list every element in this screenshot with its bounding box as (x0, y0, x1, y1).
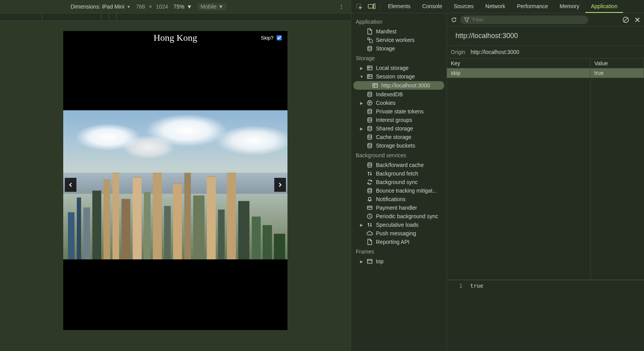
sidebar-item-bfcache[interactable]: Back/forward cache (351, 161, 447, 169)
svg-point-16 (368, 135, 372, 136)
sidebar-item-background-fetch[interactable]: Background fetch (351, 169, 447, 178)
cookie-icon (367, 100, 373, 106)
sidebar-item-interest-groups[interactable]: Interest groups (351, 116, 447, 124)
cell-key: skip (447, 68, 590, 78)
sidebar-item-notifications[interactable]: Notifications (351, 195, 447, 203)
chevron-left-icon (67, 181, 74, 188)
svg-point-11 (370, 102, 371, 103)
svg-point-3 (368, 38, 370, 40)
sidebar-item-service-workers[interactable]: Service workers (351, 36, 447, 44)
chevron-right-icon: ▶ (360, 101, 364, 105)
table-empty-area[interactable] (447, 78, 644, 280)
gear-file-icon (367, 37, 373, 43)
zoom-select[interactable]: 75% ▼ (173, 3, 192, 10)
caret-down-icon: ▼ (187, 3, 192, 10)
sidebar-item-shared-storage[interactable]: ▶Shared storage (351, 124, 447, 133)
filter-input-wrap[interactable] (460, 16, 588, 24)
sidebar-item-session-origin[interactable]: http://localhost:3000 (353, 81, 444, 90)
sidebar-item-frame-top[interactable]: ▶top (351, 257, 447, 266)
reload-icon[interactable] (451, 17, 457, 23)
sidebar-item-push-messaging[interactable]: Push messaging (351, 229, 447, 238)
svg-rect-2 (374, 3, 375, 9)
skip-checkbox[interactable] (277, 35, 282, 40)
grid-icon (367, 73, 373, 80)
sidebar-item-cache-storage[interactable]: Cache storage (351, 133, 447, 141)
close-icon[interactable] (635, 17, 640, 23)
database-icon (367, 91, 373, 97)
sidebar-item-manifest[interactable]: Manifest (351, 27, 447, 36)
toggle-device-icon[interactable] (366, 0, 377, 13)
svg-point-9 (367, 101, 372, 105)
table-header-row: Key Value (447, 59, 644, 68)
clear-icon[interactable] (622, 16, 629, 23)
tab-elements[interactable]: Elements (383, 0, 416, 13)
database-icon (367, 162, 373, 168)
svg-point-12 (369, 103, 370, 104)
throttle-select[interactable]: Mobile ▼ (197, 3, 227, 10)
origin-value: http://localhost:3000 (471, 49, 519, 55)
grid-icon (372, 82, 378, 89)
col-key[interactable]: Key (447, 59, 590, 68)
tab-network[interactable]: Network (480, 0, 511, 13)
device-dimensions-select[interactable]: Dimensions: iPad Mini ▼ (71, 3, 130, 10)
sidebar-item-local-storage[interactable]: ▶Local storage (351, 64, 447, 72)
table-row[interactable]: skip true (447, 68, 644, 78)
sidebar-item-speculative-loads[interactable]: ▶Speculative loads (351, 221, 447, 229)
database-icon (367, 108, 373, 115)
device-preview-pane: Dimensions: iPad Mini ▼ 768 × 1024 75% ▼… (0, 0, 351, 351)
sidebar-item-storage-buckets[interactable]: Storage buckets (351, 141, 447, 150)
filter-input[interactable] (472, 16, 584, 23)
tab-console[interactable]: Console (417, 0, 447, 13)
chevron-right-icon: ▶ (360, 223, 364, 227)
device-dimensions-label: Dimensions: iPad Mini (71, 3, 125, 10)
updown-icon (367, 170, 373, 177)
inspect-element-icon[interactable] (353, 0, 365, 13)
sidebar-item-private-state-tokens[interactable]: Private state tokens (351, 107, 447, 116)
svg-point-4 (368, 46, 372, 48)
carousel-next-button[interactable] (274, 178, 286, 192)
sidebar-item-periodic-sync[interactable]: Periodic background sync (351, 212, 447, 221)
svg-point-17 (368, 143, 372, 145)
sidebar-item-session-storage[interactable]: ▼Session storage (351, 72, 447, 81)
carousel-prev-button[interactable] (65, 178, 76, 192)
sidebar-item-payment-handler[interactable]: Payment handler (351, 203, 447, 212)
times-icon: × (149, 3, 152, 10)
sidebar-section-application: Application (351, 16, 447, 27)
preview-value: true (470, 283, 483, 289)
sidebar-item-background-sync[interactable]: Background sync (351, 178, 447, 186)
kebab-menu-icon[interactable]: ⋮ (337, 3, 346, 10)
tab-sources[interactable]: Sources (448, 0, 479, 13)
filter-icon (464, 17, 469, 22)
storage-table: Key Value skip true (447, 59, 644, 78)
tab-application[interactable]: Application (585, 0, 623, 13)
value-preview: 1 true (447, 280, 644, 291)
sidebar-item-reporting-api[interactable]: Reporting API (351, 238, 447, 246)
sidebar-item-storage[interactable]: Storage (351, 44, 447, 53)
skip-control: Skip? (261, 34, 283, 42)
sidebar-item-bounce-tracking[interactable]: Bounce tracking mitigat... (351, 186, 447, 195)
caret-down-icon: ▼ (127, 5, 131, 9)
cloud-icon (367, 230, 373, 236)
application-sidebar[interactable]: Application Manifest Service workers Sto… (351, 13, 447, 351)
svg-point-19 (368, 188, 372, 190)
device-width[interactable]: 768 (136, 3, 145, 10)
tab-performance[interactable]: Performance (511, 0, 553, 13)
file-icon (367, 28, 373, 35)
devtools-panel: Elements Console Sources Network Perform… (351, 0, 644, 351)
device-height[interactable]: 1024 (156, 3, 168, 10)
svg-point-10 (369, 102, 369, 103)
skip-label: Skip? (261, 35, 274, 41)
sidebar-section-storage: Storage (351, 53, 447, 64)
preview-canvas: Hong Kong Skip? (0, 21, 351, 351)
sidebar-item-indexeddb[interactable]: IndexedDB (351, 90, 447, 99)
svg-rect-7 (373, 83, 377, 87)
chevron-down-icon: ▼ (360, 75, 364, 79)
grid-icon (367, 65, 373, 71)
tab-memory[interactable]: Memory (554, 0, 585, 13)
caret-down-icon: ▼ (218, 3, 223, 10)
database-icon (367, 45, 373, 52)
device-frame[interactable]: Hong Kong Skip? (63, 31, 287, 330)
sidebar-item-cookies[interactable]: ▶Cookies (351, 99, 447, 107)
database-icon (367, 117, 373, 123)
col-value[interactable]: Value (590, 59, 644, 68)
